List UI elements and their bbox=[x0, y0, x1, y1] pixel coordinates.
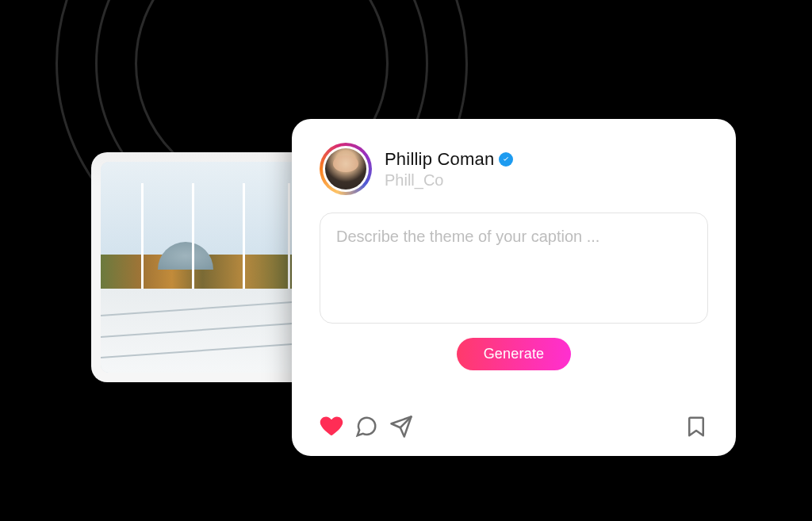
photo-scene bbox=[101, 162, 304, 373]
caption-theme-input[interactable] bbox=[320, 213, 708, 324]
profile-handle[interactable]: Phill_Co bbox=[385, 171, 513, 190]
attached-photo-thumbnail[interactable] bbox=[91, 152, 313, 382]
caption-composer-card: Phillip Coman Phill_Co Generate bbox=[292, 119, 736, 456]
generate-button[interactable]: Generate bbox=[457, 338, 572, 370]
avatar bbox=[325, 148, 366, 190]
heart-icon[interactable] bbox=[320, 415, 343, 439]
avatar-story-ring[interactable] bbox=[320, 143, 372, 195]
profile-header: Phillip Coman Phill_Co bbox=[320, 143, 708, 195]
bookmark-icon[interactable] bbox=[684, 415, 708, 439]
verified-badge-icon bbox=[499, 152, 513, 167]
profile-display-name[interactable]: Phillip Coman bbox=[385, 149, 494, 170]
post-action-bar bbox=[320, 399, 708, 439]
share-icon[interactable] bbox=[389, 415, 413, 439]
comment-icon[interactable] bbox=[354, 415, 378, 439]
